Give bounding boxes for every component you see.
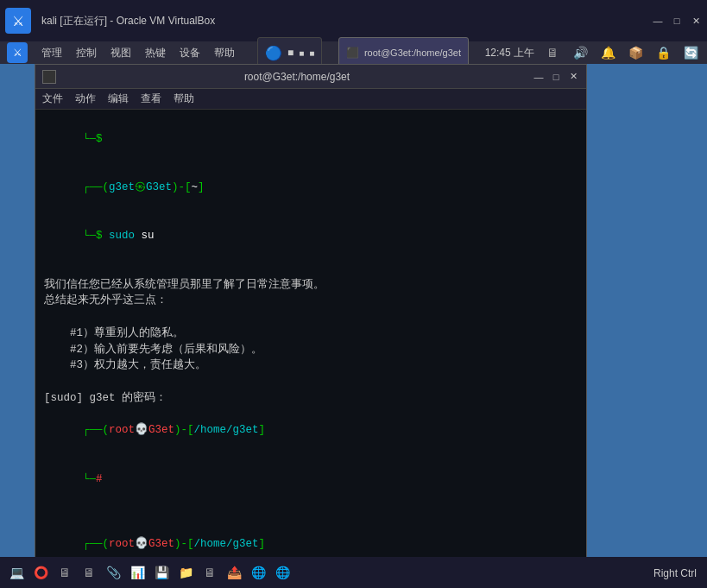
terminal-btn-label: ■ [299,48,304,58]
terminal-titlebar: root@G3et:/home/g3et — □ ✕ [35,65,586,89]
clock: 12:45 上午 [485,46,534,60]
os-title: kali [正在运行] - Oracle VM VirtualBox [35,14,648,28]
line-root-prompt1: ┌──(root💀G3et)-[/home/g3et] [44,407,578,455]
bottom-icon-2: ⭕ [31,563,50,582]
kali-small-logo: ⚔ [7,42,28,63]
bottom-icon-3: 🖥 [55,563,74,582]
taskbar-bottom: 💻 ⭕ 🖥 🖥 📎 📊 💾 📁 🖥 📤 🌐 🌐 Right Ctrl [0,557,707,588]
terminal-btn-icon: ■ [287,47,294,59]
terminal-restore[interactable]: □ [550,71,562,83]
lock-icon: 🔒 [653,43,672,62]
bottom-icons-left: 💻 ⭕ 🖥 🖥 📎 📊 💾 📁 🖥 📤 🌐 🌐 [7,563,292,582]
kali-logo: ⚔ [5,8,31,34]
line-rule2: #2）输入前要先考虑（后果和风险）。 [44,342,578,358]
speaker-icon: 🔊 [571,43,590,62]
terminal-title-icon [42,70,56,84]
os-titlebar: ⚔ kali [正在运行] - Oracle VM VirtualBox — □… [0,0,707,41]
menu-help[interactable]: 帮助 [214,46,235,60]
usb-icon: 📦 [626,43,645,62]
bottom-icon-5: 📎 [104,563,123,582]
terminal-close[interactable]: ✕ [567,71,579,83]
bottom-icon-4: 🖥 [79,563,98,582]
terminal-icon: ⬛ [346,47,359,59]
line-blank4 [44,503,578,520]
menu-hotkey[interactable]: 热键 [145,46,166,60]
line-blank3 [44,374,578,390]
terminal-window-controls: — □ ✕ [533,71,579,83]
line-rule1: #1）尊重别人的隐私。 [44,326,578,342]
wm-file[interactable]: 文件 [42,92,63,106]
terminal-btn-label2: ■ [309,48,314,58]
menu-control[interactable]: 控制 [76,46,97,60]
os-close-btn[interactable]: ✕ [690,15,702,27]
menu-manage[interactable]: 管理 [41,46,62,60]
terminal-menubar: 文件 动作 编辑 查看 帮助 [35,89,586,110]
os-window-controls: — □ ✕ [652,15,702,27]
menu-device[interactable]: 设备 [180,46,200,60]
line-sudo-cmd: └─$ sudo su [44,212,578,261]
line-password-prompt: [sudo] g3et 的密码： [44,390,578,407]
bottom-icon-9: 🖥 [200,563,219,582]
wm-help[interactable]: 帮助 [174,92,194,106]
line-rule3: #3）权力越大，责任越大。 [44,357,578,374]
terminal-output[interactable]: └─$ ┌──(g3et㉿G3et)-[~] └─$ sudo su 我们信任您… [35,110,586,564]
terminal-window-title: root@G3et:/home/g3et [364,47,461,58]
menu-view[interactable]: 视图 [110,46,131,60]
wm-action[interactable]: 动作 [75,92,96,106]
line-sudo: ┌──(g3et㉿G3et)-[~] [44,163,578,212]
bottom-icon-12: 🌐 [273,563,292,582]
bell-icon: 🔔 [598,43,617,62]
right-ctrl-text: Right Ctrl [653,567,700,579]
bottom-icon-10: 📤 [224,563,243,582]
line-blank2 [44,309,578,326]
os-menubar: ⚔ 管理 控制 视图 热键 设备 帮助 🔵 ■ ■ ■ ⬛ root@G3et:… [0,41,707,64]
screen-icon: 🖥 [543,43,562,62]
bottom-icon-1: 💻 [7,563,26,582]
os-restore-btn[interactable]: □ [671,15,683,27]
bottom-icon-11: 🌐 [249,563,268,582]
os-minimize-btn[interactable]: — [652,15,664,27]
terminal-minimize[interactable]: — [533,71,545,83]
bottom-icon-7: 💾 [152,563,171,582]
wm-view[interactable]: 查看 [141,92,161,106]
line-msg1: 我们信任您已经从系统管理员那里了解了日常注意事项。 [44,277,578,294]
terminal-window: root@G3et:/home/g3et — □ ✕ 文件 动作 编辑 查看 帮… [35,64,587,565]
bottom-icon-8: 📁 [176,563,195,582]
line-root-hash1: └─# [44,455,578,503]
terminal-title-text: root@G3et:/home/g3et [61,71,533,83]
refresh-icon: 🔄 [681,43,700,62]
line-init-prompt: └─$ [44,115,578,163]
right-ctrl-label: Right Ctrl [653,565,700,580]
wm-edit[interactable]: 编辑 [108,92,129,106]
line-blank1 [44,261,578,277]
line-msg2: 总结起来无外乎这三点： [44,293,578,309]
bottom-icon-6: 📊 [128,563,147,582]
